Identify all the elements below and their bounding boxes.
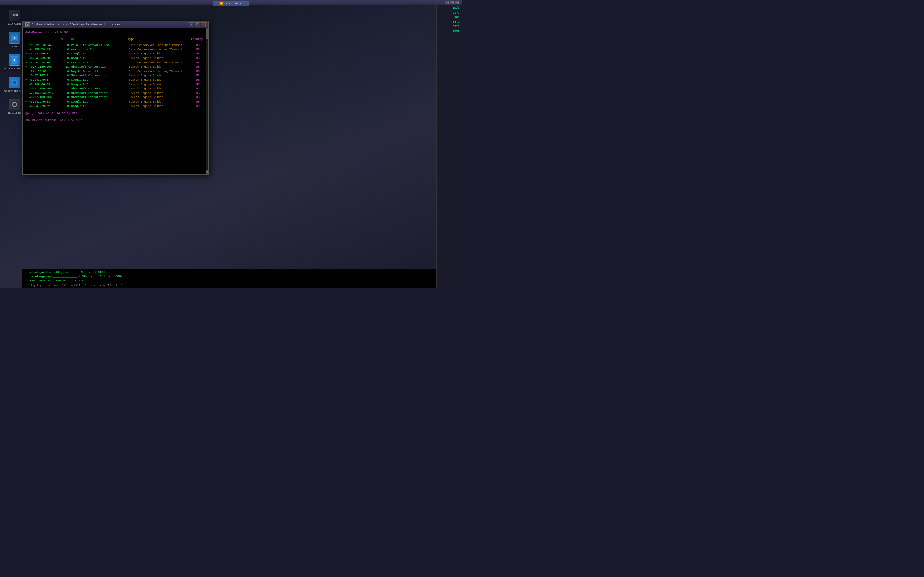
row-plus: + <box>25 87 29 91</box>
nerv-label: NeRV <box>11 45 17 48</box>
top-close-btn[interactable]: × <box>455 1 459 4</box>
row-country: US <box>196 65 200 69</box>
row-type: Search Engine Spider <box>129 105 196 109</box>
row-country: US <box>196 56 200 61</box>
row-isp: Microsoft Corporation <box>71 65 129 69</box>
row-type: Data Center/Web Hosting/Transit <box>129 61 196 65</box>
row-plus: + <box>25 69 29 74</box>
row-isp: Microsoft Corporation <box>71 91 129 95</box>
column-headers: + IP N0 ISP Type Country <box>25 37 203 42</box>
col-header-isp: ISP <box>70 37 128 42</box>
svg-text:A: A <box>13 59 15 62</box>
table-row: + 66.249.79.33 0 Google LLC Search Engin… <box>25 100 203 104</box>
row-ip: 40.77.189.106 <box>29 65 61 69</box>
terminal-scrollbar[interactable]: ▲ ▼ <box>206 28 208 174</box>
scrollbar-down[interactable]: ▼ <box>206 170 208 174</box>
row-isp: Google LLC <box>71 105 129 109</box>
svg-rect-9 <box>13 81 16 84</box>
nerv-icon <box>9 32 20 44</box>
network-icon: 📶 <box>220 2 223 5</box>
row-type: Search Engine Spider <box>129 95 196 100</box>
row-type: Search Engine Spider <box>129 83 196 87</box>
table-row: + 40.77.190.188 1 Microsoft Corporation … <box>25 87 203 91</box>
table-row: + 205.210.31.44 0 Palo Alto Networks Inc… <box>25 43 203 47</box>
col-header-n0: N0 <box>61 37 71 42</box>
term-query: Query: 2024-09-01 14:37:34 UTC <box>25 111 203 116</box>
table-row: + 40.77.167.9 0 Microsoft Corporation Se… <box>25 74 203 78</box>
row-n0: 0 <box>61 105 71 109</box>
row-ip: 66.249.69.37 <box>29 52 61 56</box>
top-win-controls: − □ × <box>445 1 459 4</box>
row-type: Search Engine Spider <box>129 78 196 82</box>
terminal-minimize-btn[interactable]: − <box>189 23 194 27</box>
row-type: Data Center/Web Hosting/Transit <box>129 43 196 47</box>
row-isp: Google LLC <box>71 100 129 104</box>
row-country: US <box>196 91 200 95</box>
row-country: US <box>196 61 200 65</box>
bp-plus-2: + <box>26 275 28 278</box>
row-ip: 64.252.76.30 <box>29 61 61 65</box>
col-header-ip: IP <box>29 37 61 42</box>
terminal-body: GateKeeperUpLink v1.0 2024 + IP N0 ISP T… <box>23 28 208 174</box>
row-plus: + <box>25 100 29 104</box>
row-isp: Google LLC <box>71 78 129 82</box>
table-row: + 66.249.79.37 0 Google LLC Search Engin… <box>25 78 203 82</box>
row-plus: + <box>25 52 29 56</box>
iis-label: IISOnline <box>7 23 21 26</box>
row-plus: + <box>25 91 29 95</box>
row-ip: 66.249.79.37 <box>29 78 61 82</box>
row-country: US <box>196 87 200 91</box>
table-row: + 66.249.79.32 0 Google LLC Search Engin… <box>25 105 203 109</box>
row-ip: 52.167.144.217 <box>29 91 61 95</box>
row-isp: Amazon.com Inc. <box>71 61 129 65</box>
row-n0: 0 <box>61 78 71 82</box>
col-header-country: Country <box>191 37 203 42</box>
row-ip: 40.77.190.188 <box>29 87 61 91</box>
table-row: + 64.252.76.30 0 Amazon.com Inc. Data Ce… <box>25 61 203 65</box>
reset-label: ResetIIS <box>8 111 21 115</box>
row-country: US <box>196 78 200 82</box>
row-ip: 174.138.80.11 <box>29 69 61 74</box>
row-country: US <box>196 52 200 56</box>
bp-plus-status-1: + <box>94 271 96 274</box>
table-row: + 174.138.80.11 0 DigitalOcean LLC Data … <box>25 69 203 74</box>
row-ip: 66.249.69.38 <box>29 56 61 61</box>
table-row: + 52.167.144.217 0 Microsoft Corporation… <box>25 91 203 95</box>
row-ip: 40.77.167.9 <box>29 74 61 78</box>
bottom-panel: + react.justinbentley.net___ + Started +… <box>23 269 436 288</box>
row-n0: 0 <box>61 69 71 74</box>
terminal-title: C:\Users\Administrator\Desktop\GateKeepe… <box>32 23 187 26</box>
pid-value: 6472 <box>452 21 459 24</box>
row-plus: + <box>25 65 29 69</box>
row-plus: + <box>25 74 29 78</box>
row-country: US <box>196 83 200 87</box>
desktop: 📶 3.114.70.42 − □ × IISO IISOnline <box>0 0 462 288</box>
row-country: US <box>196 69 200 74</box>
bp-status-2: Online <box>100 275 110 278</box>
top-bar: 📶 3.114.70.42 − □ × <box>0 0 462 5</box>
network-ip: 3.114.70.42 <box>226 2 242 5</box>
terminal-close-btn[interactable]: × <box>200 23 206 27</box>
bp-ram: + RAM: 2009 MB: 1224 MB: 60.93% + <box>26 279 433 282</box>
row-isp: Google LLC <box>71 56 129 61</box>
right-panel: PID/S 6672988647263246908 <box>436 0 462 288</box>
row-ip: 66.249.79.32 <box>29 105 61 109</box>
table-row: + 66.249.69.38 0 Google LLC Search Engin… <box>25 56 203 61</box>
row-n0: 0 <box>61 95 71 100</box>
top-maximize-btn[interactable]: □ <box>450 1 454 4</box>
row-type: Search Engine Spider <box>129 91 196 95</box>
terminal-maximize-btn[interactable]: □ <box>195 23 200 27</box>
row-n0: 0 <box>61 61 71 65</box>
table-row: + 64.252.74.134 0 Amazon.com Inc. Data C… <box>25 48 203 52</box>
iis-icon: IISO <box>9 10 20 21</box>
pid-header: PID/S <box>451 6 459 10</box>
row-isp: Microsoft Corporation <box>71 87 129 91</box>
row-plus: + <box>25 95 29 100</box>
scrollbar-thumb[interactable] <box>206 29 208 39</box>
pid-value: 6908 <box>452 29 459 33</box>
row-type: Search Engine Spider <box>129 65 196 69</box>
top-minimize-btn[interactable]: − <box>445 1 449 4</box>
row-n0: 0 <box>61 74 71 78</box>
col-header-plus: + <box>25 37 29 42</box>
reset-icon <box>9 99 20 110</box>
